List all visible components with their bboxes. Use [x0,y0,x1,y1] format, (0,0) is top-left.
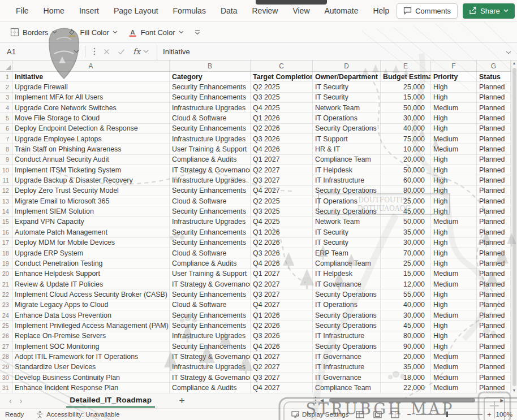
zoom-level[interactable]: 100% [496,411,512,418]
column-header-E[interactable]: E [381,60,431,71]
cell-C15[interactable]: Q4 2025 [251,217,313,227]
cell-G12[interactable]: Planned [477,186,511,196]
cell-E11[interactable]: 60,000 [381,175,431,185]
menu-home[interactable]: Home [36,1,72,20]
cell-A17[interactable]: Deploy MDM for Mobile Devices [12,238,170,248]
cell-D21[interactable]: IT Governance [313,279,381,289]
cell-F19[interactable]: High [431,258,477,269]
cell-C13[interactable]: Q2 2025 [251,196,313,206]
scroll-right-icon[interactable]: ▶ [500,398,503,403]
cell-B15[interactable]: Infrastructure Upgrades [170,217,251,227]
cell-C9[interactable]: Q1 2027 [251,155,313,165]
cell-C20[interactable]: Q1 2027 [251,269,313,279]
menu-page-layout[interactable]: Page Layout [106,1,166,20]
cell-B7[interactable]: Infrastructure Upgrades [170,134,251,144]
cell-A22[interactable]: Implement Cloud Access Security Broker (… [12,289,170,300]
row-number-18[interactable]: 18 [0,248,12,258]
cell-G6[interactable]: Planned [477,124,511,134]
menu-data[interactable]: Data [213,1,245,20]
cell-A6[interactable]: Deploy Endpoint Detection & Response [12,124,170,134]
cell-C7[interactable]: Q3 2026 [251,134,313,144]
cell-B29[interactable]: Infrastructure Upgrades [170,362,251,373]
cell-D31[interactable]: Compliance Team [313,383,381,393]
scrollbar-handle-icon[interactable] [314,396,317,404]
cell-E1[interactable]: Budget Estimate ($) [381,72,431,82]
cell-F23[interactable]: High [431,300,477,310]
sheet-tab-detailed-it-roadmap[interactable]: Detailed_IT_Roadmap [66,394,155,408]
cell-G13[interactable]: Planned [477,196,511,206]
menu-automate[interactable]: Automate [317,1,366,20]
cell-F10[interactable]: High [431,165,477,175]
cell-C14[interactable]: Q3 2025 [251,206,313,217]
cell-F16[interactable]: High [431,227,477,237]
cell-D13[interactable]: IT Operations [313,196,381,206]
drag-handle-icon[interactable] [93,47,96,55]
cell-D27[interactable]: Security Operations [313,341,381,352]
cell-E28[interactable]: 20,000 [381,352,431,362]
cell-G17[interactable]: Planned [477,238,511,248]
cell-E6[interactable]: 40,000 [381,124,431,134]
cell-B3[interactable]: Security Enhancements [170,93,251,103]
cell-A9[interactable]: Conduct Annual Security Audit [12,155,170,165]
cell-D12[interactable]: Security Operations [313,186,381,196]
cell-A16[interactable]: Automate Patch Management [12,227,170,237]
cell-A18[interactable]: Upgrade ERP System [12,248,170,258]
cell-D23[interactable]: IT Operations [313,300,381,310]
cell-A15[interactable]: Expand VPN Capacity [12,217,170,227]
cell-D24[interactable]: Security Operations [313,310,381,321]
cell-D5[interactable]: IT Operations [313,113,381,123]
cell-A30[interactable]: Develop Business Continuity Plan [12,373,170,383]
cell-F31[interactable]: Medium [431,383,477,393]
cell-D3[interactable]: IT Security [313,93,381,103]
toolbar-overflow-button[interactable] [190,27,205,38]
cell-B22[interactable]: Security Enhancements [170,289,251,300]
row-number-20[interactable]: 20 [0,269,12,279]
cell-D16[interactable]: IT Security [313,227,381,237]
cell-F26[interactable]: High [431,331,477,341]
cell-G4[interactable]: Planned [477,103,511,113]
cell-G26[interactable]: Planned [477,331,511,341]
menu-file[interactable]: File [8,1,36,20]
cell-F7[interactable]: Medium [431,134,477,144]
scroll-down-icon[interactable]: ▼ [512,388,516,393]
vertical-scroll-thumb[interactable] [512,68,516,386]
cell-D14[interactable]: Security Operations [313,206,381,217]
cell-A19[interactable]: Conduct Penetration Testing [12,258,170,269]
cell-A5[interactable]: Move File Storage to Cloud [12,113,170,123]
row-number-13[interactable]: 13 [0,196,12,206]
cell-E26[interactable]: 80,000 [381,331,431,341]
cell-E14[interactable]: 45,000 [381,206,431,217]
cell-G18[interactable]: Planned [477,248,511,258]
row-number-23[interactable]: 23 [0,300,12,310]
cell-C30[interactable]: Q3 2027 [251,373,313,383]
cell-D11[interactable]: IT Infrastructure [313,175,381,185]
row-number-22[interactable]: 22 [0,289,12,300]
column-header-A[interactable]: A [12,60,170,71]
cell-F18[interactable]: High [431,248,477,258]
cell-B17[interactable]: Security Enhancements [170,238,251,248]
cell-F17[interactable]: High [431,238,477,248]
row-number-6[interactable]: 6 [0,124,12,134]
normal-view-icon[interactable] [356,411,364,418]
cell-B6[interactable]: Security Enhancements [170,124,251,134]
cell-D6[interactable]: Security Operations [313,124,381,134]
cell-A25[interactable]: Implement Privileged Access Management (… [12,321,170,331]
cell-B20[interactable]: User Training & Support [170,269,251,279]
cell-A2[interactable]: Upgrade Firewall [12,82,170,92]
cell-C1[interactable]: Target Completion [251,72,313,82]
fill-color-button[interactable]: Fill Color [63,25,122,40]
cell-A11[interactable]: Upgrade Backup & Disaster Recovery [12,175,170,185]
column-header-B[interactable]: B [170,60,251,71]
cell-B30[interactable]: IT Strategy & Governance [170,373,251,383]
cell-B2[interactable]: Security Enhancements [170,82,251,92]
accessibility-status[interactable]: Accessibility: Unavailable [36,411,119,418]
cell-E2[interactable]: 25,000 [381,82,431,92]
cell-C31[interactable]: Q4 2027 [251,383,313,393]
row-number-24[interactable]: 24 [0,310,12,321]
cell-D19[interactable]: Compliance Team [313,258,381,269]
cell-D28[interactable]: IT Governance [313,352,381,362]
expand-formula-bar-button[interactable] [500,46,517,57]
cell-E12[interactable]: 80,000 [381,186,431,196]
cell-E25[interactable]: 45,000 [381,321,431,331]
zoom-in-button[interactable]: + [487,410,492,419]
